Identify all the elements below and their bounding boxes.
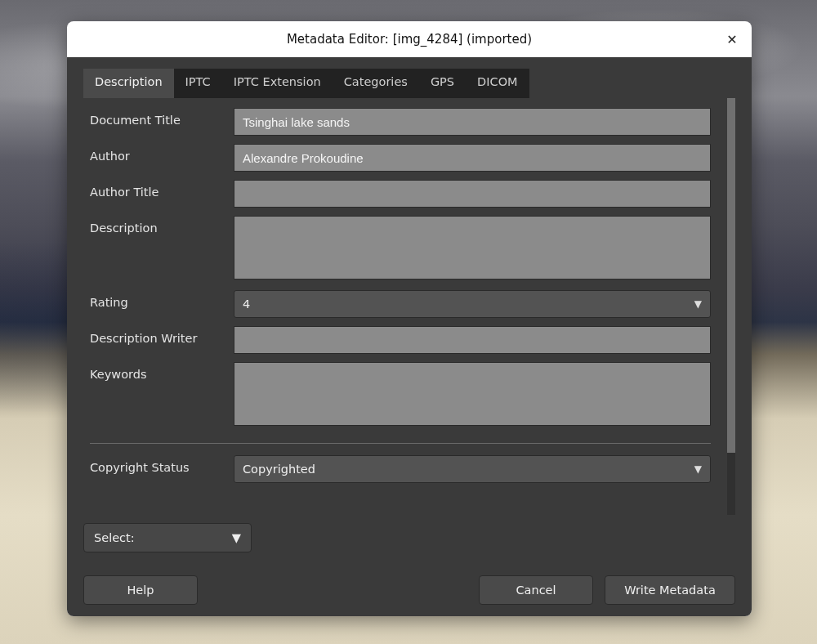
input-keywords[interactable] [234, 362, 711, 426]
input-author-title[interactable] [234, 180, 711, 208]
tab-bar: Description IPTC IPTC Extension Categori… [83, 69, 735, 98]
tab-description[interactable]: Description [83, 69, 174, 98]
label-document-title: Document Title [90, 108, 234, 127]
metadata-editor-dialog: Metadata Editor: [img_4284] (imported) ✕… [67, 21, 752, 616]
label-description: Description [90, 216, 234, 235]
input-description[interactable] [234, 216, 711, 280]
vertical-scrollbar[interactable] [727, 98, 735, 515]
select-preset[interactable]: Select: ▼ [83, 523, 252, 552]
select-copyright-status[interactable]: Copyrighted ▼ [234, 455, 711, 483]
row-document-title: Document Title [90, 108, 711, 136]
form-scroll: Document Title Author Author Title [83, 98, 725, 515]
title-text: Metadata Editor: [img_4284] (imported) [287, 32, 532, 47]
close-icon: ✕ [726, 32, 737, 47]
dialog-buttons: Help Cancel Write Metadata [83, 552, 735, 605]
input-document-title[interactable] [234, 108, 711, 136]
row-author-title: Author Title [90, 180, 711, 208]
dialog-body: Description IPTC IPTC Extension Categori… [67, 57, 752, 616]
close-button[interactable]: ✕ [719, 21, 745, 57]
select-rating-value: 4 [243, 297, 250, 311]
cancel-button[interactable]: Cancel [479, 575, 593, 605]
bottom-select-row: Select: ▼ [83, 523, 735, 552]
input-description-writer[interactable] [234, 326, 711, 354]
select-preset-label: Select: [94, 531, 135, 544]
label-copyright-status: Copyright Status [90, 455, 234, 474]
row-description-writer: Description Writer [90, 326, 711, 354]
scrollbar-thumb[interactable] [727, 98, 735, 453]
select-rating[interactable]: 4 ▼ [234, 290, 711, 318]
row-copyright-status: Copyright Status Copyrighted ▼ [90, 455, 711, 483]
form-area: Document Title Author Author Title [83, 98, 735, 515]
select-copyright-status-value: Copyrighted [243, 463, 315, 476]
tab-iptc[interactable]: IPTC [174, 69, 222, 98]
input-author[interactable] [234, 144, 711, 172]
tab-categories[interactable]: Categories [333, 69, 419, 98]
chevron-down-icon: ▼ [694, 463, 702, 475]
titlebar: Metadata Editor: [img_4284] (imported) ✕ [67, 21, 752, 57]
label-author-title: Author Title [90, 180, 234, 199]
row-rating: Rating 4 ▼ [90, 290, 711, 318]
tab-dicom[interactable]: DICOM [466, 69, 529, 98]
row-author: Author [90, 144, 711, 172]
label-description-writer: Description Writer [90, 326, 234, 345]
row-keywords: Keywords [90, 362, 711, 428]
separator [90, 443, 711, 444]
help-button[interactable]: Help [83, 575, 198, 605]
chevron-down-icon: ▼ [694, 298, 702, 310]
spacer [209, 575, 467, 605]
label-author: Author [90, 144, 234, 163]
label-rating: Rating [90, 290, 234, 309]
write-metadata-button[interactable]: Write Metadata [605, 575, 735, 605]
chevron-down-icon: ▼ [232, 531, 241, 544]
row-description: Description [90, 216, 711, 282]
tab-iptc-extension[interactable]: IPTC Extension [222, 69, 333, 98]
label-keywords: Keywords [90, 362, 234, 381]
tab-gps[interactable]: GPS [419, 69, 466, 98]
